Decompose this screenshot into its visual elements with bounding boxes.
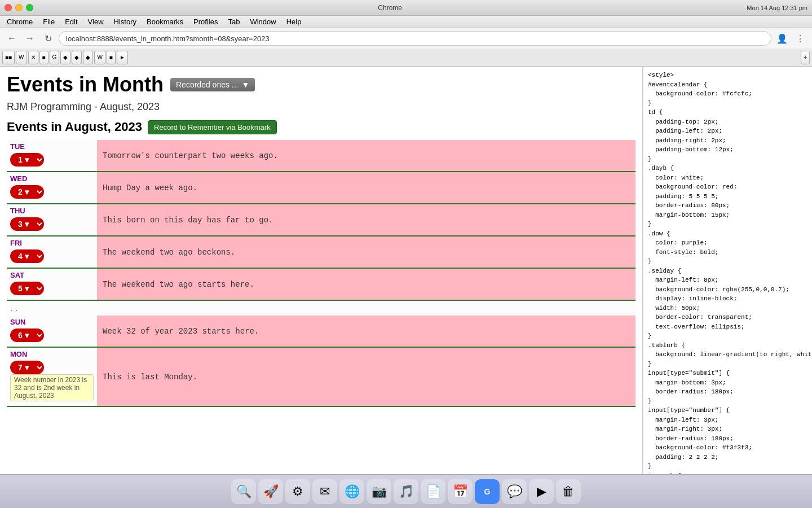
toolbar-btn-4[interactable]: ■ bbox=[39, 51, 48, 64]
day-select[interactable]: 4 ▾ bbox=[10, 249, 44, 263]
toolbar-btn-6[interactable]: ◆ bbox=[60, 51, 70, 64]
toolbar-btn-2[interactable]: W bbox=[16, 51, 27, 64]
toolbar-btn-10[interactable]: ■ bbox=[107, 51, 116, 64]
day-select[interactable]: 7 ▾ bbox=[10, 361, 44, 374]
page-title: Events in Month bbox=[7, 73, 164, 97]
dock-icon-music[interactable]: 🎵 bbox=[394, 479, 418, 504]
day-select[interactable]: 2 ▾ bbox=[10, 185, 44, 199]
section-title: Events in August, 2023 bbox=[7, 120, 142, 134]
titlebar-center: Chrome bbox=[37, 4, 743, 12]
menu-chrome[interactable]: Chrome bbox=[2, 16, 37, 27]
toolbar-btn-3[interactable]: ✕ bbox=[28, 51, 38, 64]
toolbar-btn-more[interactable]: ► bbox=[117, 51, 128, 64]
code-line: #eventcalendar { bbox=[648, 80, 807, 90]
dock-icon-calendar[interactable]: 📅 bbox=[448, 479, 473, 504]
event-cell: Tomorrow's counterpart two weeks ago. bbox=[97, 140, 636, 172]
app-title: Chrome bbox=[378, 4, 402, 12]
main-content: Events in Month Recorded ones ... ▼ RJM … bbox=[0, 67, 812, 474]
toolbar-add-btn[interactable]: + bbox=[801, 51, 810, 64]
code-line: } bbox=[648, 220, 807, 229]
menu-help[interactable]: Help bbox=[282, 16, 306, 27]
table-row: WED2 ▾Hump Day a week ago. bbox=[7, 172, 636, 204]
chevron-down-icon: ▼ bbox=[242, 80, 250, 89]
dock-icon-messages[interactable]: 💬 bbox=[502, 479, 527, 504]
dock-icon-mail[interactable]: ✉ bbox=[312, 479, 337, 504]
day-select[interactable]: 1 ▾ bbox=[10, 153, 44, 167]
day-select[interactable]: 5 ▾ bbox=[10, 282, 44, 295]
dock-icon-terminal[interactable]: ▶ bbox=[529, 479, 554, 504]
subtitle: RJM Programming - August, 2023 bbox=[7, 101, 636, 113]
code-line: border-color: transparent; bbox=[648, 313, 807, 322]
code-line: display: inline-block; bbox=[648, 294, 807, 304]
event-cell: This born on this day has far to go. bbox=[97, 204, 636, 236]
code-line: .dayb { bbox=[648, 164, 807, 173]
day-select[interactable]: 3 ▾ bbox=[10, 217, 44, 231]
dow-label: SAT bbox=[10, 271, 94, 279]
code-line: <style> bbox=[648, 71, 807, 80]
dow-label: MON bbox=[10, 350, 94, 358]
event-cell: The weekend two ago beckons. bbox=[97, 236, 636, 268]
toolbar-btn-9[interactable]: W bbox=[94, 51, 105, 64]
code-line: text-overflow: ellipsis; bbox=[648, 322, 807, 332]
toolbar-btn-8[interactable]: ◆ bbox=[83, 51, 93, 64]
dock-icon-settings[interactable]: ⚙ bbox=[285, 479, 310, 504]
code-line: .selday { bbox=[648, 266, 807, 276]
dock-icon-finder[interactable]: 🔍 bbox=[231, 479, 256, 504]
code-line: } bbox=[648, 462, 807, 471]
day-select[interactable]: 6 ▾ bbox=[10, 329, 44, 342]
minimize-button[interactable] bbox=[15, 4, 23, 11]
back-button[interactable]: ← bbox=[5, 31, 19, 46]
system-time: Mon 14 Aug 12:31 pm bbox=[747, 5, 807, 11]
menu-profiles[interactable]: Profiles bbox=[189, 16, 222, 27]
code-line: background-color: rgba(255,0,0,0.7); bbox=[648, 285, 807, 295]
close-button[interactable] bbox=[5, 4, 12, 11]
dock-icon-maps[interactable]: 🌐 bbox=[339, 479, 364, 504]
toolbar-btn-1[interactable]: ■■ bbox=[2, 51, 15, 64]
table-row: SAT5 ▾The weekend two ago starts here. bbox=[7, 268, 636, 300]
webpage: Events in Month Recorded ones ... ▼ RJM … bbox=[0, 67, 643, 474]
code-line: border-radius: 180px; bbox=[648, 387, 807, 397]
menu-edit[interactable]: Edit bbox=[60, 16, 82, 27]
dow-label: SUN bbox=[10, 318, 94, 326]
code-panel: <style>#eventcalendar { background-color… bbox=[643, 67, 812, 474]
menu-bookmarks[interactable]: Bookmarks bbox=[142, 16, 188, 27]
bookmark-button[interactable]: Record to Remember via Bookmark bbox=[148, 120, 277, 134]
page-header: Events in Month Recorded ones ... ▼ bbox=[7, 73, 636, 97]
menu-button[interactable]: ⋮ bbox=[793, 31, 807, 46]
code-line: .tablurb { bbox=[648, 341, 807, 351]
menu-file[interactable]: File bbox=[38, 16, 59, 27]
recorded-dropdown[interactable]: Recorded ones ... ▼ bbox=[170, 78, 255, 91]
dock-icon-launchpad[interactable]: 🚀 bbox=[258, 479, 283, 504]
dock-icon-photos[interactable]: 📷 bbox=[367, 479, 391, 504]
dock-icon-chrome[interactable]: G bbox=[475, 479, 500, 504]
user-button[interactable]: 👤 bbox=[775, 31, 789, 46]
dock-icon-notes[interactable]: 📄 bbox=[421, 479, 445, 504]
menu-window[interactable]: Window bbox=[245, 16, 280, 27]
code-line: input[type="number"] { bbox=[648, 406, 807, 415]
maximize-button[interactable] bbox=[26, 4, 33, 11]
code-line: } bbox=[648, 331, 807, 341]
code-line: input[type="submit"] { bbox=[648, 369, 807, 378]
code-line: font-style: bold; bbox=[648, 248, 807, 257]
code-line: background-color: #fcfcfc; bbox=[648, 89, 807, 99]
code-line: padding-left: 2px; bbox=[648, 126, 807, 136]
dow-label: WED bbox=[10, 174, 94, 183]
address-bar[interactable] bbox=[59, 31, 771, 46]
code-line: } bbox=[648, 99, 807, 108]
code-line: } bbox=[648, 155, 807, 164]
toolbar-btn-5[interactable]: G bbox=[50, 51, 60, 64]
titlebar: Chrome Mon 14 Aug 12:31 pm bbox=[0, 0, 812, 16]
menu-view[interactable]: View bbox=[83, 16, 108, 27]
event-cell: The weekend two ago starts here. bbox=[97, 268, 636, 300]
toolbar-btn-7[interactable]: ◆ bbox=[72, 51, 82, 64]
forward-button[interactable]: → bbox=[23, 31, 37, 46]
calendar-table: TUE1 ▾Tomorrow's counterpart two weeks a… bbox=[7, 140, 636, 407]
reload-button[interactable]: ↻ bbox=[41, 31, 55, 46]
code-block: <style>#eventcalendar { background-color… bbox=[643, 67, 812, 474]
table-row: FRI4 ▾The weekend two ago beckons. bbox=[7, 236, 636, 268]
menu-history[interactable]: History bbox=[109, 16, 141, 27]
dock-icon-trash[interactable]: 🗑 bbox=[556, 479, 581, 504]
table-row: MON7 ▾Week number in 2023 is 32 and is 2… bbox=[7, 347, 636, 406]
code-line: padding-right: 2px; bbox=[648, 136, 807, 146]
menu-tab[interactable]: Tab bbox=[223, 16, 244, 27]
